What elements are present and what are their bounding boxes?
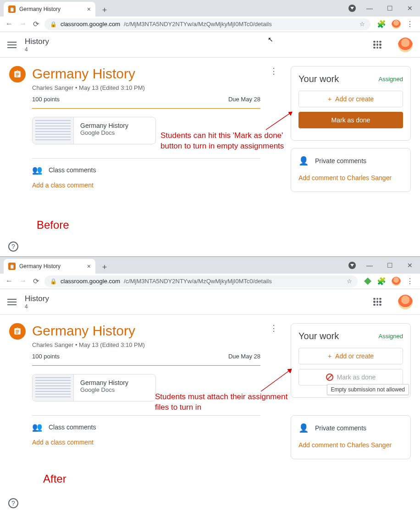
browser-menu-icon[interactable]: ⋮ (406, 277, 414, 286)
window-minimize-icon[interactable]: — (359, 257, 380, 274)
private-comments-card: 👤 Private comments Add comment to Charle… (291, 148, 411, 192)
due-date: Due May 28 (228, 353, 260, 360)
attachment-title: Germany History (80, 122, 128, 129)
add-private-comment-link[interactable]: Add comment to Charles Sanger (298, 171, 403, 184)
due-date: Due May 28 (228, 96, 260, 103)
classroom-favicon-icon: 📋 (8, 263, 16, 270)
nav-back-icon[interactable]: ← (6, 20, 13, 28)
main-menu-icon[interactable] (7, 299, 17, 305)
assignment-meta: Charles Sanger • May 13 (Edited 3:10 PM) (32, 341, 260, 348)
your-work-card: Your work Assigned + Add or create Mark … (291, 66, 411, 141)
people-icon: 👥 (32, 422, 42, 432)
person-icon: 👤 (298, 156, 309, 166)
people-icon: 👥 (32, 165, 42, 175)
url-path: /c/MjM3NTA5NDY2NTYw/a/MzQwMjkyMjI0MTc0/d… (124, 21, 272, 27)
nav-forward-icon: → (19, 20, 27, 28)
your-work-title: Your work (298, 331, 339, 341)
lock-icon: 🔒 (50, 278, 57, 285)
window-maximize-icon[interactable]: ☐ (380, 257, 400, 274)
browser-menu-icon[interactable]: ⋮ (406, 20, 414, 28)
bookmark-star-icon[interactable]: ☆ (359, 21, 365, 27)
tooltip-empty-submission: Empty submission not allowed (327, 384, 409, 395)
class-breadcrumb[interactable]: History 4 (25, 37, 49, 53)
window-maximize-icon[interactable]: ☐ (380, 0, 400, 16)
your-work-title: Your work (298, 74, 339, 84)
help-icon[interactable]: ? (8, 498, 18, 508)
extensions-icon[interactable]: 🧩 (377, 277, 386, 286)
attachment-card[interactable]: Germany History Google Docs (32, 374, 156, 401)
google-apps-icon[interactable] (373, 41, 381, 49)
nav-reload-icon[interactable]: ⟳ (33, 277, 39, 286)
window-close-icon[interactable]: ✕ (400, 257, 420, 274)
attachment-type: Google Docs (80, 386, 128, 393)
main-menu-icon[interactable] (7, 42, 17, 48)
add-or-create-button[interactable]: + Add or create (298, 91, 403, 107)
browser-tab[interactable]: 📋 Germany History × (4, 2, 95, 16)
class-breadcrumb[interactable]: History 4 (25, 294, 49, 310)
attachment-thumbnail (33, 374, 74, 401)
classroom-header: History 4 (0, 32, 420, 58)
points-label: 100 points (32, 353, 60, 360)
add-or-create-button[interactable]: + Add or create (298, 348, 403, 364)
tab-title: Germany History (19, 263, 61, 269)
help-icon[interactable]: ? (8, 242, 18, 252)
assignment-icon (9, 323, 26, 340)
new-tab-button[interactable]: + (98, 261, 111, 274)
browser-tabstrip: 📋 Germany History × + — ☐ ✕ (0, 0, 420, 16)
tab-close-icon[interactable]: × (87, 5, 91, 13)
tab-close-icon[interactable]: × (87, 263, 91, 270)
address-bar[interactable]: 🔒 classroom.google.com/c/MjM3NTA5NDY2NTY… (44, 18, 370, 30)
annotation-after: Students must attach their assignment fi… (155, 392, 287, 413)
browser-profile-avatar[interactable] (392, 20, 401, 29)
window-controls: — ☐ ✕ (359, 257, 420, 274)
browser-profile-avatar[interactable] (392, 277, 401, 286)
profile-indicator-icon[interactable] (348, 262, 356, 269)
bookmark-star-icon[interactable]: ☆ (347, 278, 352, 285)
attachment-card[interactable]: Germany History Google Docs (32, 117, 156, 144)
add-class-comment-link[interactable]: Add a class comment (32, 436, 260, 449)
window-controls: — ☐ ✕ (359, 0, 420, 16)
svg-line-2 (261, 369, 292, 391)
class-name: History (25, 294, 49, 303)
points-label: 100 points (32, 96, 60, 103)
browser-toolbar: ← → ⟳ 🔒 classroom.google.com/c/MjM3NTA5N… (0, 274, 420, 289)
address-bar[interactable]: 🔒 classroom.google.com/c/MjM3NTA5NDY2NTY… (44, 275, 358, 287)
private-comments-label: Private comments (315, 424, 366, 432)
prohibit-icon (326, 374, 333, 381)
account-avatar[interactable] (398, 295, 413, 309)
mark-as-done-button[interactable]: Mark as done (298, 112, 403, 128)
browser-toolbar: ← → ⟳ 🔒 classroom.google.com/c/MjM3NTA5N… (0, 16, 420, 32)
profile-indicator-icon[interactable] (348, 5, 356, 12)
attachment-title: Germany History (80, 379, 128, 386)
extensions-icon[interactable]: 🧩 (377, 20, 386, 28)
classroom-favicon-icon: 📋 (8, 5, 16, 13)
private-comments-card: 👤 Private comments Add comment to Charle… (291, 415, 411, 459)
classroom-header: History 4 (0, 289, 420, 315)
new-tab-button[interactable]: + (98, 4, 111, 16)
assignment-more-icon[interactable]: ⋮ (267, 323, 281, 333)
extension-leaf-icon[interactable] (364, 278, 371, 285)
url-domain: classroom.google.com (61, 278, 120, 285)
attachment-thumbnail (33, 117, 74, 144)
nav-forward-icon: → (19, 277, 27, 286)
browser-tab[interactable]: 📋 Germany History × (4, 259, 95, 274)
class-section: 4 (25, 46, 49, 53)
class-comments-label: Class comments (49, 423, 96, 431)
account-avatar[interactable] (398, 38, 413, 52)
google-apps-icon[interactable] (373, 298, 381, 306)
nav-reload-icon[interactable]: ⟳ (33, 20, 39, 28)
svg-marker-3 (287, 369, 292, 373)
assignment-title: Germany History (32, 323, 260, 339)
class-name: History (25, 37, 49, 46)
assignment-more-icon[interactable]: ⋮ (267, 66, 281, 76)
class-comments-label: Class comments (49, 166, 96, 174)
private-comments-label: Private comments (315, 157, 366, 165)
window-minimize-icon[interactable]: — (359, 0, 380, 16)
tab-title: Germany History (19, 6, 61, 12)
mark-as-done-button-disabled[interactable]: Mark as done (298, 369, 403, 385)
add-class-comment-link[interactable]: Add a class comment (32, 179, 260, 192)
window-close-icon[interactable]: ✕ (400, 0, 420, 16)
add-private-comment-link[interactable]: Add comment to Charles Sanger (298, 439, 403, 451)
lock-icon: 🔒 (50, 21, 57, 27)
nav-back-icon[interactable]: ← (6, 277, 13, 286)
